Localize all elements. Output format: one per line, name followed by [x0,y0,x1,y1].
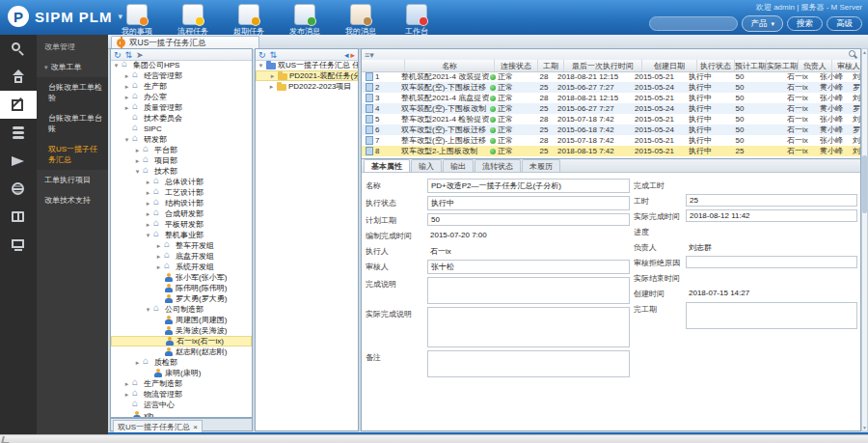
chevron-right-icon[interactable]: ▸ [123,391,130,399]
table-row[interactable]: 3整机装配2021-4 底盘提资任务正常282018-08-21 12:1520… [362,93,860,103]
sidebar-item[interactable]: 台账改单工单台账 [37,108,108,139]
tree-node[interactable]: ▾研发部 [111,134,252,145]
column-header[interactable]: 创建日期 [642,60,697,71]
tree-node[interactable]: ▸质检部 [111,357,252,368]
tree-node[interactable]: ▸项目部 [111,155,252,166]
rail-item-monitor-icon[interactable] [0,231,37,259]
tree-node[interactable]: ▸整车开发组 [111,240,252,251]
rail-item-send-icon[interactable] [0,147,37,175]
tree-node[interactable]: 陈伟明(陈伟明) [111,283,252,293]
tree-node[interactable]: ▸工艺设计部 [111,187,252,198]
field-value[interactable]: 执行中 [427,196,630,210]
header-button-流程任务[interactable]: 流程任务 [170,3,216,38]
chevron-right-icon[interactable]: ▸ [145,200,151,208]
column-header[interactable]: 审核人 [832,60,860,71]
scroll-up-icon[interactable]: ▲ [862,49,867,55]
tab-summary[interactable]: 双US一揽子任务汇总 [111,36,259,49]
filter-menu-icon[interactable]: ≡▾ [365,50,374,60]
tree-node[interactable]: ▸合成研发部 [111,208,252,219]
column-header[interactable]: 最后一次执行时间 [564,60,642,71]
column-header[interactable]: 预计工期 [735,60,767,71]
chevron-right-icon[interactable]: ▸ [145,179,151,186]
tree-node[interactable]: ▸平台部 [111,145,252,155]
table-row[interactable]: 1整机装配2021-4 改装提资任务正常282018-08-21 12:1520… [362,71,860,82]
rail-item-edit-icon[interactable] [0,91,37,119]
detail-tab-输入[interactable]: 输入 [411,159,442,172]
tree-node[interactable]: 吴海波(吴海波) [111,325,252,336]
header-button-工作台[interactable]: 工作台 [393,3,440,38]
chevron-down-icon[interactable]: ▾ [145,232,151,239]
rail-item-globe-icon[interactable] [0,175,37,203]
collapsed-tab[interactable]: 双US一揽子任务汇总 × [113,420,203,433]
rail-item-database-icon[interactable] [0,119,37,147]
field-value[interactable] [686,302,857,329]
tree-node[interactable]: 周建国(周建国) [111,315,252,325]
detail-tab-未履历[interactable]: 未履历 [522,159,560,172]
field-value[interactable] [686,256,857,268]
scroll-down-icon[interactable]: ▼ [862,425,867,430]
field-value[interactable] [427,277,630,304]
tree-node[interactable]: ▾技术部 [111,166,252,177]
tree-node[interactable]: ▾公司制造部 [111,304,252,315]
detail-tab-基本属性[interactable]: 基本属性 [364,159,410,172]
chevron-right-icon[interactable]: ▸ [123,83,130,91]
tree-node[interactable]: ▸结构设计部 [111,198,252,208]
sidebar-item[interactable]: 工单执行项目 [37,170,108,190]
tree-node[interactable]: ▸系统开发组 [111,262,252,272]
refresh-icon[interactable]: ↻ [258,50,266,60]
column-header[interactable]: 名称 [405,60,495,71]
rail-item-home-icon[interactable] [0,63,37,91]
chevron-down-icon[interactable]: ▾ [134,168,141,176]
field-value[interactable]: 25 [686,194,857,207]
column-header[interactable] [362,60,405,71]
sidebar-item[interactable]: 改单技术支持 [37,190,108,210]
chevron-right-icon[interactable]: ▸ [134,359,141,367]
table-row[interactable]: 2双车装配(空)-下围板迁移正常252015-06-27 7:272015-05… [362,82,860,93]
resize-grip-icon[interactable] [1,436,11,443]
chevron-right-icon[interactable]: ▸ [134,157,141,165]
rail-item-search-icon[interactable] [0,35,37,63]
search-scope-select[interactable]: 产品 ▾ [742,15,783,32]
tree-node[interactable]: ▸底盘开发组 [111,251,252,262]
sidebar-item[interactable]: ▾改单工单 [37,57,108,77]
close-icon[interactable]: × [193,423,198,431]
tree-node[interactable]: ▾双US一揽子任务汇总 任务 [256,60,358,70]
app-logo[interactable]: P SIPM PLM ▾ [8,6,122,27]
vertical-scrollbar[interactable]: ▲ ▼ [861,48,868,431]
tree-node[interactable]: 石一ix(石一ix) [111,336,252,346]
advanced-search-button[interactable]: 高级 [827,16,862,31]
chevron-right-icon[interactable]: ▸ [145,189,151,197]
collapse-all-icon[interactable]: ⇅ [270,50,278,60]
tree-node[interactable]: xlb [111,410,252,417]
detail-tab-输出[interactable]: 输出 [443,159,474,172]
chevron-right-icon[interactable]: ▸ [123,94,130,101]
chevron-right-icon[interactable]: ▸ [123,380,130,388]
scrollbar-thumb[interactable] [862,155,867,213]
header-button-我的消息[interactable]: 我的消息 [338,3,384,38]
detail-tab-流转状态[interactable]: 流转状态 [475,159,521,172]
tree-node[interactable]: 赵志刚(赵志刚) [111,346,252,357]
chevron-down-icon[interactable]: ▾ [258,62,264,69]
chevron-right-icon[interactable]: ▸ [123,72,130,80]
chevron-down-icon[interactable]: ▾ [113,62,120,69]
field-value[interactable]: 张十松 [427,260,630,274]
column-header[interactable]: 连接状态 [495,60,538,71]
column-header[interactable]: 执行状态 [697,60,735,71]
table-row[interactable]: 7整车改型(空)-上围板迁移正常282015-07-18 7:422015-05… [362,135,860,146]
search-input[interactable] [649,16,738,31]
chevron-right-icon[interactable]: ▸ [145,221,151,229]
refresh-icon[interactable]: ↻ [114,50,122,60]
field-value[interactable] [427,350,630,377]
chevron-right-icon[interactable]: ▸ [268,83,275,91]
chevron-right-icon[interactable]: ▸ [155,242,162,250]
chevron-down-icon[interactable]: ▾ [123,136,130,144]
search-icon[interactable] [849,50,857,59]
column-header[interactable]: 负责人 [799,60,832,71]
tree-node[interactable]: ▸PD2022-2023项目 [256,81,358,92]
cursor-icon[interactable]: ➤ [136,50,144,60]
tree-node[interactable]: 张小军(张小军) [111,272,252,283]
field-value[interactable]: PD+改造P2—一揽子任务汇总(子分析) [427,179,630,193]
tree-node[interactable]: ▾整机事业部 [111,230,252,240]
tree-node[interactable]: ▸PD2021-装配任务(分) [256,70,358,81]
table-row[interactable]: 4双车装配(空)-下围板改制正常252015-06-27 7:272015-05… [362,103,860,114]
